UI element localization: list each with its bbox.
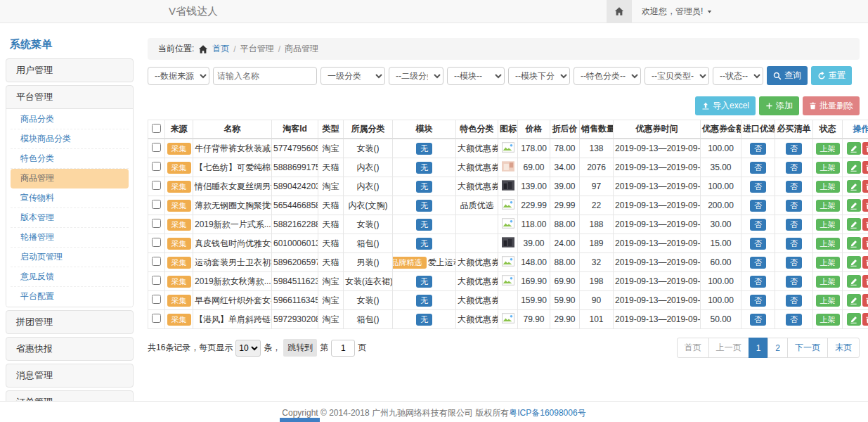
must-buy-toggle[interactable]: 否 <box>786 219 802 231</box>
row-checkbox[interactable] <box>152 257 161 266</box>
status-toggle[interactable]: 上架 <box>816 314 840 326</box>
page-button-1[interactable]: 1 <box>749 338 769 358</box>
must-buy-toggle[interactable]: 否 <box>786 257 802 269</box>
edit-button[interactable] <box>847 313 861 326</box>
import-select-toggle[interactable]: 否 <box>750 276 766 288</box>
must-buy-toggle[interactable]: 否 <box>786 143 802 155</box>
edit-button[interactable] <box>847 161 861 174</box>
import-select-toggle[interactable]: 否 <box>750 162 766 174</box>
page-button-2[interactable]: 2 <box>767 338 788 358</box>
edit-button[interactable] <box>847 294 861 307</box>
import-select-toggle[interactable]: 否 <box>750 181 766 193</box>
edit-button[interactable] <box>847 237 861 250</box>
edit-button[interactable] <box>847 275 861 288</box>
breadcrumb-home-link[interactable]: 首页 <box>212 43 229 55</box>
import-select-toggle[interactable]: 否 <box>750 238 766 250</box>
level2-category-select[interactable]: --二级分类-- <box>389 67 443 85</box>
page-button-上一页[interactable]: 上一页 <box>708 338 749 358</box>
delete-button[interactable] <box>862 142 868 155</box>
delete-button[interactable] <box>862 218 868 231</box>
row-checkbox[interactable] <box>152 200 161 209</box>
reset-button[interactable]: 重置 <box>811 66 852 85</box>
data-source-select[interactable]: --数据来源-- <box>148 67 209 85</box>
status-toggle[interactable]: 上架 <box>816 181 840 193</box>
delete-button[interactable] <box>862 237 868 250</box>
row-checkbox[interactable] <box>152 314 161 323</box>
row-checkbox[interactable] <box>152 143 161 152</box>
sidebar-item-消息管理[interactable]: 消息管理 <box>6 364 133 387</box>
delete-button[interactable] <box>862 275 868 288</box>
status-toggle[interactable]: 上架 <box>816 295 840 307</box>
sidebar-item-拼团管理[interactable]: 拼团管理 <box>6 311 133 333</box>
import-select-toggle[interactable]: 否 <box>750 314 766 326</box>
import-select-toggle[interactable]: 否 <box>750 219 766 231</box>
module-sub-select[interactable]: --模块下分类-- <box>508 67 570 85</box>
import-select-toggle[interactable]: 否 <box>750 257 766 269</box>
must-buy-toggle[interactable]: 否 <box>786 314 802 326</box>
edit-button[interactable] <box>847 218 861 231</box>
row-checkbox[interactable] <box>152 162 161 171</box>
delete-button[interactable] <box>862 256 868 269</box>
add-button[interactable]: 添加 <box>759 96 799 115</box>
row-checkbox[interactable] <box>152 276 161 285</box>
row-checkbox[interactable] <box>152 238 161 247</box>
row-checkbox[interactable] <box>152 295 161 304</box>
sidebar-item-模块商品分类[interactable]: 模块商品分类 <box>11 129 129 149</box>
per-page-select[interactable]: 10 <box>235 340 261 357</box>
sidebar-item-商品管理[interactable]: 商品管理 <box>11 169 129 188</box>
must-buy-toggle[interactable]: 否 <box>786 200 802 212</box>
status-toggle[interactable]: 上架 <box>816 200 840 212</box>
level1-category-select[interactable]: 一级分类 <box>320 67 385 85</box>
delete-button[interactable] <box>862 313 868 326</box>
sidebar-item-用户管理[interactable]: 用户管理 <box>6 59 133 82</box>
home-button[interactable] <box>607 0 632 23</box>
jump-button[interactable]: 跳转到 <box>283 339 317 357</box>
row-checkbox[interactable] <box>152 219 161 228</box>
sidebar-item-特色分类[interactable]: 特色分类 <box>11 149 129 169</box>
must-buy-toggle[interactable]: 否 <box>786 162 802 174</box>
sidebar-item-平台配置[interactable]: 平台配置 <box>11 287 129 306</box>
must-buy-toggle[interactable]: 否 <box>786 295 802 307</box>
user-menu[interactable]: 欢迎您，管理员! <box>642 6 713 18</box>
page-button-首页[interactable]: 首页 <box>677 338 709 358</box>
page-button-下一页[interactable]: 下一页 <box>787 338 828 358</box>
sidebar-item-商品分类[interactable]: 商品分类 <box>11 110 129 129</box>
page-button-末页[interactable]: 末页 <box>827 338 860 358</box>
sidebar-item-意见反馈[interactable]: 意见反馈 <box>11 267 129 287</box>
sidebar-item-启动页管理[interactable]: 启动页管理 <box>11 248 129 267</box>
delete-button[interactable] <box>862 180 868 193</box>
must-buy-toggle[interactable]: 否 <box>786 276 802 288</box>
must-buy-toggle[interactable]: 否 <box>786 181 802 193</box>
status-toggle[interactable]: 上架 <box>816 238 840 250</box>
delete-button[interactable] <box>862 161 868 174</box>
sidebar-item-订单管理[interactable]: 订单管理 <box>6 391 133 401</box>
import-select-toggle[interactable]: 否 <box>750 200 766 212</box>
import-excel-button[interactable]: 导入excel <box>695 96 756 115</box>
search-button[interactable]: 查询 <box>767 66 808 85</box>
must-buy-toggle[interactable]: 否 <box>786 238 802 250</box>
feature-category-select[interactable]: --特色分类-- <box>574 67 641 85</box>
item-type-select[interactable]: --宝贝类型-- <box>644 67 709 85</box>
import-select-toggle[interactable]: 否 <box>750 295 766 307</box>
delete-button[interactable] <box>862 294 868 307</box>
name-search-input[interactable] <box>213 67 317 85</box>
delete-button[interactable] <box>862 199 868 212</box>
status-toggle[interactable]: 上架 <box>816 257 840 269</box>
page-number-input[interactable] <box>331 340 355 357</box>
sidebar-item-版本管理[interactable]: 版本管理 <box>11 208 129 228</box>
sidebar-item-省惠快报[interactable]: 省惠快报 <box>6 338 133 360</box>
module-select[interactable]: --模块-- <box>447 67 505 85</box>
sidebar-item-宣传物料[interactable]: 宣传物料 <box>11 188 129 208</box>
select-all-checkbox[interactable] <box>152 124 161 133</box>
batch-delete-button[interactable]: 批量删除 <box>803 96 860 115</box>
status-toggle[interactable]: 上架 <box>816 162 840 174</box>
edit-button[interactable] <box>847 142 861 155</box>
edit-button[interactable] <box>847 199 861 212</box>
status-toggle[interactable]: 上架 <box>816 143 840 155</box>
row-checkbox[interactable] <box>152 181 161 190</box>
status-select[interactable]: --状态-- <box>713 67 763 85</box>
status-toggle[interactable]: 上架 <box>816 219 840 231</box>
sidebar-item-平台管理[interactable]: 平台管理 <box>6 86 133 108</box>
edit-button[interactable] <box>847 256 861 269</box>
import-select-toggle[interactable]: 否 <box>750 143 766 155</box>
